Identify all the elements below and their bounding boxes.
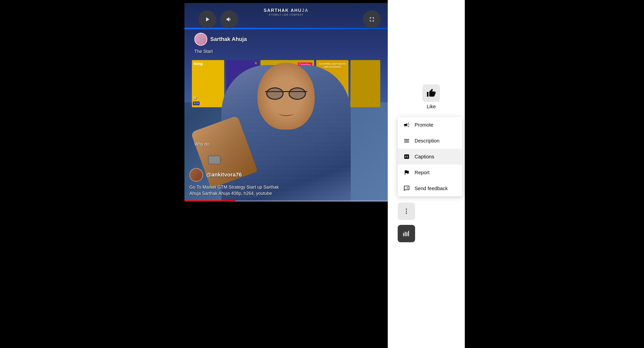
video-description: Go To Market GTM Strategy Start up Sarth… bbox=[190, 184, 383, 196]
cc-icon bbox=[403, 153, 410, 160]
menu-item-report[interactable]: Report bbox=[398, 165, 462, 180]
video-progress-bar[interactable] bbox=[184, 200, 388, 201]
menu-item-captions[interactable]: Captions bbox=[398, 149, 462, 165]
svg-rect-3 bbox=[403, 233, 404, 236]
menu-item-send-feedback[interactable]: Send feedback bbox=[398, 180, 462, 196]
like-button[interactable] bbox=[422, 84, 440, 102]
megaphone-icon bbox=[403, 121, 410, 128]
channel-avatar bbox=[194, 33, 207, 46]
side-panel: Like Promote Description bbox=[388, 0, 465, 348]
svg-point-2 bbox=[406, 213, 407, 214]
svg-rect-4 bbox=[405, 232, 406, 236]
lines-icon bbox=[403, 137, 410, 144]
user-handle: @ankitvora76 bbox=[206, 172, 242, 178]
context-menu: Promote Description Captions bbox=[398, 117, 462, 196]
video-frame: SARTHAK AHUJA A FAMILY LAW COMPANY Sarth… bbox=[184, 3, 388, 201]
fullscreen-button[interactable] bbox=[363, 10, 381, 28]
audio-equalizer-button[interactable] bbox=[398, 225, 415, 242]
volume-button[interactable] bbox=[220, 10, 238, 28]
video-section: SARTHAK AHUJA A FAMILY LAW COMPANY Sarth… bbox=[182, 0, 388, 348]
user-info-overlay: @ankitvora76 Go To Market GTM Strategy S… bbox=[190, 168, 383, 196]
menu-item-promote[interactable]: Promote bbox=[398, 117, 462, 133]
why-do-text: Why do bbox=[194, 142, 210, 147]
feedback-icon bbox=[403, 185, 410, 192]
svg-point-1 bbox=[406, 211, 407, 212]
video-title: The Start bbox=[194, 49, 213, 54]
promote-label: Promote bbox=[414, 122, 434, 128]
svg-rect-5 bbox=[406, 232, 408, 236]
channel-name: Sarthak Ahuja bbox=[210, 36, 247, 42]
user-avatar bbox=[190, 168, 203, 182]
more-options-button[interactable] bbox=[398, 202, 415, 220]
like-label: Like bbox=[427, 104, 436, 109]
menu-item-description[interactable]: Description bbox=[398, 133, 462, 149]
flag-icon bbox=[403, 169, 410, 176]
svg-point-0 bbox=[406, 209, 407, 210]
send-feedback-label: Send feedback bbox=[414, 186, 448, 191]
report-label: Report bbox=[414, 170, 430, 175]
captions-label: Captions bbox=[414, 154, 434, 160]
like-section: Like bbox=[390, 84, 465, 109]
play-button[interactable] bbox=[198, 10, 216, 28]
description-label: Description bbox=[414, 138, 440, 144]
thumb-label-1: 8:24 bbox=[193, 102, 200, 105]
progress-fill bbox=[184, 200, 236, 201]
svg-rect-6 bbox=[408, 231, 409, 236]
